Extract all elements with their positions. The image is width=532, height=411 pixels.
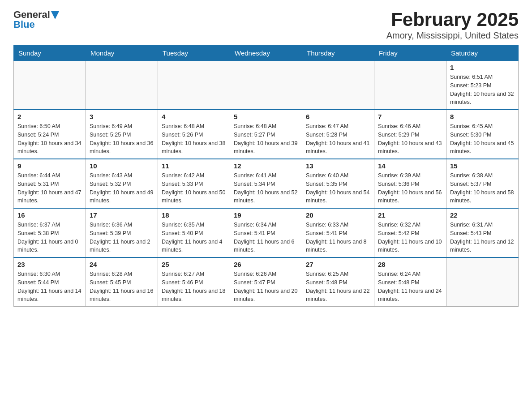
title-block: February 2025 Amory, Mississippi, United… <box>386 9 519 41</box>
day-info: Sunrise: 6:43 AM Sunset: 5:32 PM Dayligh… <box>90 171 154 205</box>
day-info: Sunrise: 6:51 AM Sunset: 5:23 PM Dayligh… <box>450 73 515 107</box>
day-number: 2 <box>17 113 82 120</box>
table-row: 20Sunrise: 6:33 AM Sunset: 5:41 PM Dayli… <box>302 208 374 257</box>
day-number: 19 <box>234 211 298 219</box>
day-info: Sunrise: 6:35 AM Sunset: 5:40 PM Dayligh… <box>162 221 226 254</box>
table-row <box>14 61 86 110</box>
day-number: 5 <box>234 113 298 120</box>
table-row: 24Sunrise: 6:28 AM Sunset: 5:45 PM Dayli… <box>86 257 158 307</box>
day-number: 3 <box>90 113 154 120</box>
day-info: Sunrise: 6:30 AM Sunset: 5:44 PM Dayligh… <box>17 270 82 304</box>
page-header: General Blue February 2025 Amory, Missis… <box>13 9 519 41</box>
table-row <box>158 61 230 110</box>
day-number: 4 <box>162 113 226 120</box>
table-row: 7Sunrise: 6:46 AM Sunset: 5:29 PM Daylig… <box>374 110 446 159</box>
day-number: 12 <box>234 162 298 170</box>
day-info: Sunrise: 6:34 AM Sunset: 5:41 PM Dayligh… <box>234 221 298 254</box>
page-title: February 2025 <box>386 9 519 30</box>
day-info: Sunrise: 6:25 AM Sunset: 5:48 PM Dayligh… <box>306 270 370 304</box>
day-number: 25 <box>162 261 226 268</box>
table-row: 5Sunrise: 6:48 AM Sunset: 5:27 PM Daylig… <box>230 110 302 159</box>
col-tuesday: Tuesday <box>158 46 230 61</box>
day-number: 26 <box>234 261 298 268</box>
day-number: 28 <box>378 261 442 268</box>
day-number: 22 <box>450 211 515 219</box>
day-info: Sunrise: 6:44 AM Sunset: 5:31 PM Dayligh… <box>17 171 82 205</box>
table-row: 27Sunrise: 6:25 AM Sunset: 5:48 PM Dayli… <box>302 257 374 307</box>
day-number: 17 <box>90 211 154 219</box>
day-number: 13 <box>306 162 370 170</box>
table-row <box>446 257 519 307</box>
table-row: 19Sunrise: 6:34 AM Sunset: 5:41 PM Dayli… <box>230 208 302 257</box>
page-subtitle: Amory, Mississippi, United States <box>386 30 519 41</box>
table-row: 1Sunrise: 6:51 AM Sunset: 5:23 PM Daylig… <box>446 61 519 110</box>
table-row <box>374 61 446 110</box>
day-number: 24 <box>90 261 154 268</box>
day-number: 10 <box>90 162 154 170</box>
day-number: 14 <box>378 162 442 170</box>
table-row: 16Sunrise: 6:37 AM Sunset: 5:38 PM Dayli… <box>14 208 86 257</box>
day-info: Sunrise: 6:27 AM Sunset: 5:46 PM Dayligh… <box>162 270 226 304</box>
table-row: 3Sunrise: 6:49 AM Sunset: 5:25 PM Daylig… <box>86 110 158 159</box>
day-info: Sunrise: 6:39 AM Sunset: 5:36 PM Dayligh… <box>378 171 442 205</box>
day-number: 11 <box>162 162 226 170</box>
calendar-week-row: 9Sunrise: 6:44 AM Sunset: 5:31 PM Daylig… <box>14 159 519 208</box>
table-row: 2Sunrise: 6:50 AM Sunset: 5:24 PM Daylig… <box>14 110 86 159</box>
table-row: 4Sunrise: 6:48 AM Sunset: 5:26 PM Daylig… <box>158 110 230 159</box>
day-number: 16 <box>17 211 82 219</box>
table-row: 18Sunrise: 6:35 AM Sunset: 5:40 PM Dayli… <box>158 208 230 257</box>
day-info: Sunrise: 6:49 AM Sunset: 5:25 PM Dayligh… <box>90 122 154 156</box>
col-saturday: Saturday <box>446 46 519 61</box>
table-row: 11Sunrise: 6:42 AM Sunset: 5:33 PM Dayli… <box>158 159 230 208</box>
logo: General Blue <box>13 9 59 30</box>
day-info: Sunrise: 6:48 AM Sunset: 5:27 PM Dayligh… <box>234 122 298 156</box>
col-friday: Friday <box>374 46 446 61</box>
table-row: 22Sunrise: 6:31 AM Sunset: 5:43 PM Dayli… <box>446 208 519 257</box>
day-number: 23 <box>17 261 82 268</box>
day-number: 9 <box>17 162 82 170</box>
table-row: 13Sunrise: 6:40 AM Sunset: 5:35 PM Dayli… <box>302 159 374 208</box>
calendar-week-row: 23Sunrise: 6:30 AM Sunset: 5:44 PM Dayli… <box>14 257 519 307</box>
calendar-header-row: Sunday Monday Tuesday Wednesday Thursday… <box>14 46 519 61</box>
table-row: 23Sunrise: 6:30 AM Sunset: 5:44 PM Dayli… <box>14 257 86 307</box>
day-info: Sunrise: 6:33 AM Sunset: 5:41 PM Dayligh… <box>306 221 370 254</box>
table-row: 28Sunrise: 6:24 AM Sunset: 5:48 PM Dayli… <box>374 257 446 307</box>
day-info: Sunrise: 6:46 AM Sunset: 5:29 PM Dayligh… <box>378 122 442 156</box>
col-monday: Monday <box>86 46 158 61</box>
day-number: 8 <box>450 113 515 120</box>
calendar-week-row: 2Sunrise: 6:50 AM Sunset: 5:24 PM Daylig… <box>14 110 519 159</box>
day-info: Sunrise: 6:36 AM Sunset: 5:39 PM Dayligh… <box>90 221 154 254</box>
logo-blue: Blue <box>13 19 35 30</box>
table-row: 9Sunrise: 6:44 AM Sunset: 5:31 PM Daylig… <box>14 159 86 208</box>
day-number: 7 <box>378 113 442 120</box>
day-info: Sunrise: 6:31 AM Sunset: 5:43 PM Dayligh… <box>450 221 515 254</box>
calendar-table: Sunday Monday Tuesday Wednesday Thursday… <box>13 45 519 307</box>
day-info: Sunrise: 6:32 AM Sunset: 5:42 PM Dayligh… <box>378 221 442 254</box>
table-row: 21Sunrise: 6:32 AM Sunset: 5:42 PM Dayli… <box>374 208 446 257</box>
calendar-week-row: 1Sunrise: 6:51 AM Sunset: 5:23 PM Daylig… <box>14 61 519 110</box>
table-row: 10Sunrise: 6:43 AM Sunset: 5:32 PM Dayli… <box>86 159 158 208</box>
day-info: Sunrise: 6:50 AM Sunset: 5:24 PM Dayligh… <box>17 122 82 156</box>
day-number: 6 <box>306 113 370 120</box>
day-info: Sunrise: 6:37 AM Sunset: 5:38 PM Dayligh… <box>17 221 82 254</box>
day-info: Sunrise: 6:41 AM Sunset: 5:34 PM Dayligh… <box>234 171 298 205</box>
day-info: Sunrise: 6:28 AM Sunset: 5:45 PM Dayligh… <box>90 270 154 304</box>
table-row: 15Sunrise: 6:38 AM Sunset: 5:37 PM Dayli… <box>446 159 519 208</box>
table-row <box>86 61 158 110</box>
table-row: 14Sunrise: 6:39 AM Sunset: 5:36 PM Dayli… <box>374 159 446 208</box>
day-number: 15 <box>450 162 515 170</box>
day-number: 18 <box>162 211 226 219</box>
col-sunday: Sunday <box>14 46 86 61</box>
logo-triangle-icon <box>51 11 59 19</box>
day-number: 20 <box>306 211 370 219</box>
day-number: 21 <box>378 211 442 219</box>
table-row: 8Sunrise: 6:45 AM Sunset: 5:30 PM Daylig… <box>446 110 519 159</box>
col-wednesday: Wednesday <box>230 46 302 61</box>
day-number: 27 <box>306 261 370 268</box>
table-row: 26Sunrise: 6:26 AM Sunset: 5:47 PM Dayli… <box>230 257 302 307</box>
col-thursday: Thursday <box>302 46 374 61</box>
table-row: 25Sunrise: 6:27 AM Sunset: 5:46 PM Dayli… <box>158 257 230 307</box>
calendar-week-row: 16Sunrise: 6:37 AM Sunset: 5:38 PM Dayli… <box>14 208 519 257</box>
day-info: Sunrise: 6:26 AM Sunset: 5:47 PM Dayligh… <box>234 270 298 304</box>
day-info: Sunrise: 6:40 AM Sunset: 5:35 PM Dayligh… <box>306 171 370 205</box>
